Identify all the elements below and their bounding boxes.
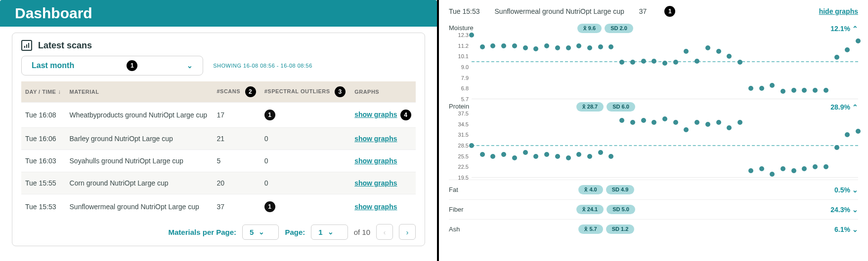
y-tick: 11.2 [449, 43, 469, 49]
col-outliers[interactable]: #SPECTRAL OUTLIERS 3 [260, 81, 350, 103]
data-point [501, 43, 506, 48]
col-material[interactable]: MATERIAL [66, 81, 213, 103]
data-point [748, 86, 753, 91]
data-point [759, 166, 764, 171]
data-point [576, 43, 581, 48]
detail-material: Sunflowermeal ground NutriOpt Large cup [495, 7, 624, 15]
data-point [770, 83, 775, 88]
y-tick: 22.5 [449, 164, 469, 170]
moisture-summary[interactable]: 12.1%⌃ [830, 25, 858, 33]
data-point [705, 45, 710, 50]
sort-desc-icon: ↓ [58, 88, 61, 95]
cell-graphs: show graphs [350, 194, 416, 220]
moisture-mean: x̄ 9.6 [577, 24, 602, 33]
showing-range: SHOWING 16-08 08:56 - 16-08 08:56 [213, 63, 312, 69]
ash-sd: SD 1.2 [606, 224, 635, 234]
chevron-up-icon: ⌃ [852, 25, 858, 33]
data-point [791, 168, 796, 173]
data-point [469, 33, 474, 37]
fat-mean: x̄ 4.0 [578, 185, 603, 194]
fiber-summary[interactable]: 24.3%⌄ [830, 206, 858, 214]
data-point [770, 172, 775, 177]
annotation-1: 1 [127, 60, 137, 71]
svg-rect-2 [28, 43, 29, 48]
cell-graphs: show graphs [350, 128, 416, 150]
cell-scans: 17 [213, 103, 260, 128]
pagination: Materials per Page: 5 ⌄ Page: 1 ⌄ of 10 … [21, 219, 416, 240]
page-title: Dashboard [0, 0, 437, 27]
data-point [544, 43, 549, 48]
y-tick: 19.5 [449, 175, 469, 181]
cell-material: Barley ground NutriOpt Large cup [66, 128, 213, 150]
chart-title-fat: Fat [449, 186, 478, 193]
page-label: Page: [285, 228, 305, 236]
cell-daytime: Tue 15:53 [21, 194, 66, 220]
data-point [662, 116, 667, 121]
chart-title-fiber: Fiber [449, 206, 478, 213]
hide-graphs-link[interactable]: hide graphs [819, 7, 858, 15]
show-graphs-link[interactable]: show graphs [354, 203, 397, 211]
cell-scans: 20 [213, 172, 260, 194]
data-point [781, 166, 785, 171]
time-range-filter[interactable]: Last month 1 ⌄ [21, 56, 203, 75]
data-point [555, 45, 560, 50]
show-graphs-link[interactable]: show graphs [354, 135, 397, 143]
data-point [845, 132, 850, 137]
data-point [781, 89, 785, 94]
cell-scans: 5 [213, 150, 260, 172]
show-graphs-link[interactable]: show graphs [354, 157, 397, 165]
detail-header: Tue 15:53 Sunflowermeal ground NutriOpt … [449, 4, 858, 21]
show-graphs-link[interactable]: show graphs [354, 179, 397, 187]
data-point [845, 47, 850, 52]
per-page-select[interactable]: 5 ⌄ [242, 224, 279, 240]
data-point [512, 43, 517, 48]
y-tick: 12.3 [449, 32, 469, 38]
page-select[interactable]: 1 ⌄ [311, 224, 347, 240]
chart-ash[interactable]: Ash x̄ 5.7 SD 1.2 6.1%⌄ [449, 219, 858, 239]
data-point [684, 49, 689, 54]
show-graphs-link[interactable]: show graphs [354, 111, 397, 118]
data-point [856, 129, 861, 134]
data-point [684, 127, 689, 132]
data-point [651, 120, 656, 125]
data-point [802, 166, 807, 171]
fat-summary[interactable]: 0.5%⌄ [834, 186, 858, 194]
col-daytime[interactable]: DAY / TIME ↓ [21, 81, 66, 103]
table-row: Tue 15:53 Sunflowermeal ground NutriOpt … [21, 194, 416, 220]
data-point [490, 43, 495, 48]
cell-material: Soyahulls ground NutriOpt Large cup [66, 150, 213, 172]
next-page-button[interactable]: › [399, 224, 416, 240]
data-point [813, 88, 818, 93]
table-row: Tue 15:55 Corn ground NutriOpt Large cup… [21, 172, 416, 194]
data-point [738, 60, 742, 65]
col-scans[interactable]: #SCANS 2 [213, 81, 260, 103]
y-tick: 6.8 [449, 85, 469, 91]
chevron-down-icon: ⌄ [852, 186, 858, 194]
fiber-sd: SD 5.0 [607, 205, 635, 214]
data-point [480, 152, 485, 157]
y-tick: 10.1 [449, 53, 469, 59]
fiber-mean: x̄ 24.1 [576, 205, 604, 214]
prev-page-button[interactable]: ‹ [376, 224, 393, 240]
data-point [555, 154, 560, 159]
moisture-plot: 12.311.210.19.07.96.85.7 [472, 35, 858, 99]
annotation-4: 4 [400, 110, 411, 120]
chart-fiber[interactable]: Fiber x̄ 24.1 SD 5.0 24.3%⌄ [449, 199, 858, 219]
protein-plot: 37.534.531.528.525.522.519.5 [472, 113, 858, 178]
per-page-label: Materials per Page: [169, 228, 237, 236]
data-point [576, 152, 581, 157]
cell-graphs: show graphs [350, 172, 416, 194]
data-point [608, 44, 613, 49]
data-point [727, 125, 732, 130]
data-point [523, 150, 528, 155]
protein-summary[interactable]: 28.9%⌃ [830, 103, 858, 111]
data-point [694, 59, 699, 64]
ash-summary[interactable]: 6.1%⌄ [834, 225, 858, 233]
data-point [813, 164, 818, 169]
chart-fat[interactable]: Fat x̄ 4.0 SD 4.9 0.5%⌄ [449, 180, 858, 199]
table-row: Tue 16:08 Wheatbyproducts ground NutriOp… [21, 103, 416, 128]
scans-table: DAY / TIME ↓ MATERIAL #SCANS 2 #SPECTRAL… [21, 81, 416, 219]
cell-daytime: Tue 16:06 [21, 128, 66, 150]
cell-graphs: show graphs4 [350, 103, 416, 128]
chart-title-ash: Ash [449, 225, 478, 233]
